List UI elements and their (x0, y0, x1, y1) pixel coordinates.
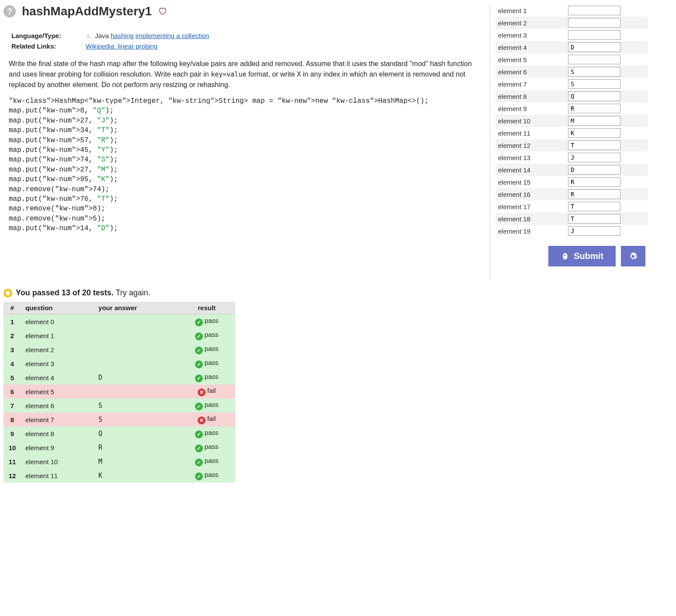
meta-related-label: Related Links: (11, 41, 86, 52)
answer-row: element 19 (495, 225, 648, 237)
results-table: # question your answer result 1element 0… (3, 302, 235, 483)
result-answer: S (94, 413, 178, 427)
result-status: ✓pass (178, 371, 235, 385)
result-num: 6 (3, 385, 21, 399)
result-answer: K (94, 469, 178, 483)
problem-title-row: ? hashMapAddMystery1 (3, 4, 479, 18)
answer-row: element 5 (495, 53, 648, 66)
answer-input[interactable] (568, 226, 620, 236)
result-question: element 3 (21, 357, 94, 371)
answer-input[interactable] (568, 214, 620, 224)
result-question: element 5 (21, 385, 94, 399)
result-status: ✕fail (178, 413, 235, 427)
answer-row: element 12 (495, 139, 648, 151)
answer-label: element 6 (498, 68, 568, 76)
result-question: element 6 (21, 399, 94, 413)
answer-row: element 11 (495, 127, 648, 139)
meta-language-label: Language/Type: (11, 31, 86, 41)
answer-input[interactable] (568, 30, 620, 40)
result-answer (94, 329, 178, 343)
answer-input[interactable] (568, 140, 620, 150)
col-answer: your answer (94, 302, 178, 314)
result-row: 8element 7S✕fail (3, 413, 235, 427)
tag-link[interactable]: implementing a collection (136, 32, 209, 39)
result-row: 3element 2✓pass (3, 343, 235, 357)
answer-row: element 8 (495, 90, 648, 102)
result-question: element 9 (21, 441, 94, 455)
result-answer: S (94, 399, 178, 413)
answer-input[interactable] (568, 116, 620, 126)
settings-button[interactable] (621, 246, 645, 266)
answer-input[interactable] (568, 42, 620, 52)
result-answer: R (94, 441, 178, 455)
results-panel: You passed 13 of 20 tests. Try again. # … (3, 288, 235, 483)
answer-input[interactable] (568, 165, 620, 175)
result-row: 6element 5✕fail (3, 385, 235, 399)
answer-input[interactable] (568, 177, 620, 187)
answer-label: element 11 (498, 130, 568, 137)
answer-input[interactable] (568, 6, 620, 15)
answer-label: element 17 (498, 203, 568, 210)
answer-label: element 10 (498, 117, 568, 125)
result-num: 5 (3, 371, 21, 385)
result-num: 7 (3, 399, 21, 413)
result-status: ✓pass (178, 469, 235, 483)
answer-input[interactable] (568, 18, 620, 28)
result-status: ✓pass (178, 343, 235, 357)
check-icon: ✓ (195, 360, 203, 368)
answer-label: element 4 (498, 44, 568, 51)
answer-row: element 3 (495, 29, 648, 41)
result-row: 1element 0✓pass (3, 314, 235, 329)
java-icon: ♨ (86, 32, 91, 39)
result-question: element 1 (21, 329, 94, 343)
check-icon: ✓ (195, 472, 203, 480)
submit-label: Submit (574, 251, 603, 261)
answer-label: element 8 (498, 93, 568, 100)
problem-title: hashMapAddMystery1 (22, 4, 152, 18)
result-row: 10element 9R✓pass (3, 441, 235, 455)
answer-input[interactable] (568, 202, 620, 211)
favorite-button[interactable] (158, 6, 167, 17)
result-row: 7element 6S✓pass (3, 399, 235, 413)
answer-input[interactable] (568, 55, 620, 64)
result-question: element 8 (21, 427, 94, 441)
result-row: 11element 10M✓pass (3, 455, 235, 469)
answer-label: element 9 (498, 105, 568, 112)
answer-input[interactable] (568, 128, 620, 138)
result-row: 4element 3✓pass (3, 357, 235, 371)
related-link[interactable]: Wikipedia: linear probing (86, 42, 157, 50)
check-icon: ✓ (195, 402, 203, 410)
answer-row: element 13 (495, 151, 648, 164)
result-answer: M (94, 455, 178, 469)
result-status: ✓pass (178, 455, 235, 469)
answer-label: element 16 (498, 191, 568, 198)
result-answer (94, 343, 178, 357)
rocket-icon (561, 252, 569, 261)
result-answer (94, 314, 178, 329)
check-icon: ✓ (195, 318, 203, 326)
answer-panel: element 1element 2element 3element 4elem… (490, 4, 652, 280)
answer-input[interactable] (568, 189, 620, 199)
result-num: 8 (3, 413, 21, 427)
answer-row: element 6 (495, 66, 648, 78)
answer-label: element 2 (498, 19, 568, 27)
result-status: ✓pass (178, 399, 235, 413)
tag-link[interactable]: hashing (111, 32, 134, 39)
result-question: element 4 (21, 371, 94, 385)
result-status: ✓pass (178, 427, 235, 441)
check-icon: ✓ (195, 430, 203, 438)
result-status: ✓pass (178, 329, 235, 343)
answer-label: element 14 (498, 166, 568, 174)
answer-input[interactable] (568, 79, 620, 89)
result-row: 9element 8Q✓pass (3, 427, 235, 441)
answer-input[interactable] (568, 91, 620, 101)
answer-input[interactable] (568, 104, 620, 113)
result-num: 9 (3, 427, 21, 441)
problem-description: Write the final state of the hash map af… (9, 59, 474, 90)
answer-input[interactable] (568, 153, 620, 162)
answer-row: element 9 (495, 102, 648, 115)
answer-row: element 16 (495, 188, 648, 200)
submit-button[interactable]: Submit (548, 246, 616, 266)
code-block: "kw-class">HashMap<"kw-type">Integer, "k… (9, 96, 474, 233)
answer-input[interactable] (568, 67, 620, 77)
